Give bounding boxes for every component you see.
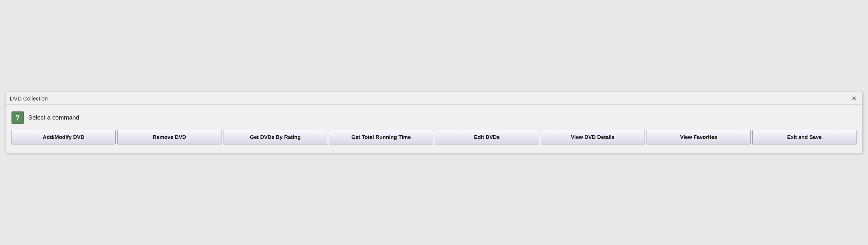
instruction-label: Select a command <box>28 114 79 121</box>
dialog-body: ? Select a command Add/Modify DVDRemove … <box>6 105 862 153</box>
command-buttons-row: Add/Modify DVDRemove DVDGet DVDs By Rati… <box>11 130 857 145</box>
help-icon-label: ? <box>16 114 20 121</box>
title-bar: DVD Collection ✕ <box>6 92 862 105</box>
button-remove-dvd[interactable]: Remove DVD <box>117 130 221 145</box>
dialog-window: DVD Collection ✕ ? Select a command Add/… <box>6 92 862 153</box>
help-icon: ? <box>11 112 24 124</box>
close-button[interactable]: ✕ <box>850 95 858 102</box>
button-view-favorites[interactable]: View Favorites <box>647 130 751 145</box>
header-row: ? Select a command <box>11 112 857 124</box>
button-add-modify-dvd[interactable]: Add/Modify DVD <box>11 130 116 145</box>
button-get-total-running-time[interactable]: Get Total Running Time <box>329 130 433 145</box>
button-get-dvds-by-rating[interactable]: Get DVDs By Rating <box>223 130 327 145</box>
button-edit-dvds[interactable]: Edit DVDs <box>435 130 539 145</box>
button-view-dvd-details[interactable]: View DVD Details <box>541 130 645 145</box>
dialog-title: DVD Collection <box>10 95 48 102</box>
button-exit-and-save[interactable]: Exit and Save <box>752 130 857 145</box>
